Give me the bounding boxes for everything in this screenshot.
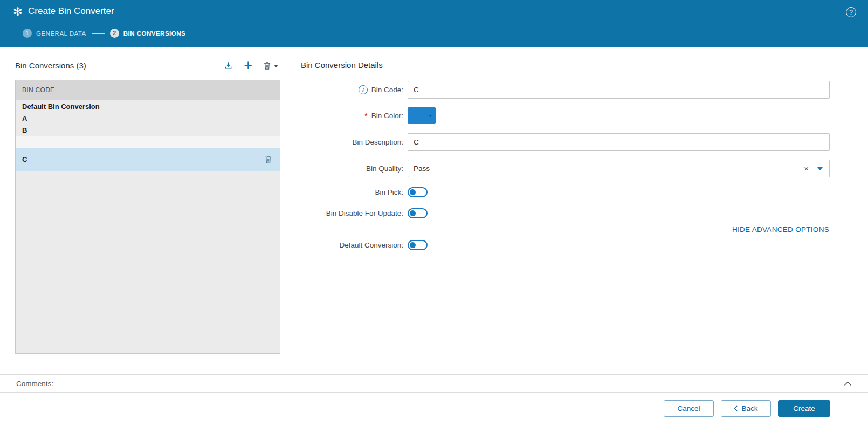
column-header-bin-code[interactable]: BIN CODE xyxy=(16,80,280,100)
step-2-label: BIN CONVERSIONS xyxy=(123,30,186,37)
required-asterisk: * xyxy=(364,112,367,120)
table-row-spacer xyxy=(16,136,280,148)
bin-pick-row: Bin Pick: xyxy=(301,183,428,201)
default-conversion-label: Default Conversion: xyxy=(301,241,403,249)
table-row[interactable]: B xyxy=(16,124,280,136)
step-1-label: GENERAL DATA xyxy=(36,30,86,37)
header-bar: ✻ Create Bin Converter ? 1 GENERAL DATA … xyxy=(0,0,868,47)
bin-pick-label: Bin Pick: xyxy=(301,188,403,196)
page-title: Create Bin Converter xyxy=(28,6,114,17)
clear-icon[interactable]: × xyxy=(804,164,809,173)
chevron-left-icon xyxy=(734,405,738,411)
add-button[interactable]: + xyxy=(244,60,252,71)
bin-quality-value: Pass xyxy=(414,164,804,173)
bin-quality-row: Bin Quality: Pass × xyxy=(301,160,830,177)
step-1-number-icon: 1 xyxy=(23,29,32,38)
table-row[interactable]: A xyxy=(16,112,280,124)
bin-disable-row: Bin Disable For Update: xyxy=(301,204,428,222)
question-icon: ? xyxy=(849,9,853,16)
bin-code-input[interactable] xyxy=(408,81,830,99)
bin-disable-toggle[interactable] xyxy=(408,208,428,218)
default-conversion-toggle[interactable] xyxy=(408,240,428,250)
bin-disable-label: Bin Disable For Update: xyxy=(301,209,403,217)
bin-disable-label-text: Bin Disable For Update: xyxy=(326,209,403,217)
cancel-button[interactable]: Cancel xyxy=(664,400,714,417)
create-button[interactable]: Create xyxy=(778,400,830,417)
bin-conversions-table: BIN CODE Default Bin Conversion A B C xyxy=(15,80,280,354)
bin-code-label-text: Bin Code: xyxy=(371,86,403,94)
chevron-down-icon xyxy=(274,65,278,67)
row-label: B xyxy=(22,126,27,134)
comments-collapse-button[interactable] xyxy=(844,381,852,386)
chevron-down-icon[interactable] xyxy=(817,167,823,170)
step-connector xyxy=(92,33,105,34)
chevron-up-icon xyxy=(844,381,852,386)
bin-quality-select[interactable]: Pass × xyxy=(408,160,830,177)
bin-description-label: Bin Description: xyxy=(301,138,403,146)
bin-description-input[interactable] xyxy=(408,133,830,151)
details-title: Bin Conversion Details xyxy=(301,60,383,70)
row-label: A xyxy=(22,114,27,122)
footer-actions: Cancel Back Create xyxy=(0,393,868,433)
asterisk-logo-icon: ✻ xyxy=(13,5,23,18)
trash-icon xyxy=(264,155,272,164)
list-toolbar: + xyxy=(224,60,278,71)
hide-advanced-options-link[interactable]: HIDE ADVANCED OPTIONS xyxy=(732,225,829,233)
list-title: Bin Conversions (3) xyxy=(15,61,86,70)
row-label: Default Bin Conversion xyxy=(22,102,100,111)
step-general-data[interactable]: 1 GENERAL DATA xyxy=(23,29,86,38)
row-label: C xyxy=(22,155,27,163)
default-conversion-label-text: Default Conversion: xyxy=(339,241,403,249)
bin-color-picker[interactable] xyxy=(408,107,436,124)
import-icon xyxy=(224,61,233,70)
comments-bar: Comments: xyxy=(0,374,868,393)
trash-icon xyxy=(263,61,271,70)
bin-description-row: Bin Description: xyxy=(301,133,830,151)
step-bin-conversions[interactable]: 2 BIN CONVERSIONS xyxy=(110,29,186,38)
row-delete-button[interactable] xyxy=(264,155,272,164)
delete-button[interactable] xyxy=(263,61,278,70)
plus-icon: + xyxy=(244,60,252,71)
chevron-down-icon xyxy=(429,115,432,117)
bin-color-label: * Bin Color: xyxy=(301,112,403,120)
back-button[interactable]: Back xyxy=(721,400,771,417)
bin-description-label-text: Bin Description: xyxy=(352,138,403,146)
bin-conversions-panel-header: Bin Conversions (3) + xyxy=(15,55,280,75)
bin-code-row: i Bin Code: xyxy=(301,81,830,99)
import-button[interactable] xyxy=(224,61,233,70)
info-icon[interactable]: i xyxy=(359,85,368,94)
bin-color-row: * Bin Color: xyxy=(301,107,436,125)
bin-quality-label: Bin Quality: xyxy=(301,164,403,173)
help-button[interactable]: ? xyxy=(846,7,856,17)
bin-code-label: i Bin Code: xyxy=(301,85,403,94)
default-conversion-row: Default Conversion: xyxy=(301,236,428,254)
create-bin-converter-window: ✻ Create Bin Converter ? 1 GENERAL DATA … xyxy=(0,0,868,433)
bin-pick-toggle[interactable] xyxy=(408,187,428,197)
table-row-selected[interactable]: C xyxy=(16,148,280,171)
step-2-number-icon: 2 xyxy=(110,29,119,38)
wizard-steps: 1 GENERAL DATA 2 BIN CONVERSIONS xyxy=(23,29,185,38)
back-button-label: Back xyxy=(741,404,757,413)
bin-color-label-text: Bin Color: xyxy=(371,112,403,120)
bin-quality-label-text: Bin Quality: xyxy=(366,164,403,173)
comments-label: Comments: xyxy=(16,380,53,388)
table-row[interactable]: Default Bin Conversion xyxy=(16,100,280,112)
bin-pick-label-text: Bin Pick: xyxy=(375,188,403,196)
